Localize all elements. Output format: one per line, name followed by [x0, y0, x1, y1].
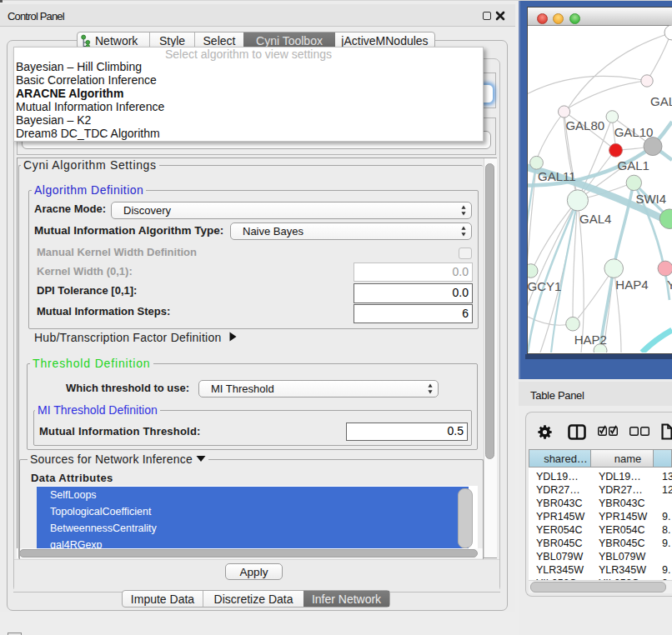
- svg-text:GAL80: GAL80: [565, 118, 604, 132]
- svg-text:GAL2: GAL2: [650, 94, 672, 108]
- svg-text:GCY1: GCY1: [528, 279, 561, 293]
- svg-text:GAL4: GAL4: [579, 212, 611, 226]
- svg-text:HAP2: HAP2: [574, 332, 607, 347]
- svg-text:SWI4: SWI4: [635, 192, 666, 206]
- svg-text:GAL10: GAL10: [614, 125, 654, 139]
- svg-text:GAL1: GAL1: [618, 158, 649, 172]
- svg-text:GAL11: GAL11: [538, 169, 576, 183]
- svg-text:HAP4: HAP4: [615, 278, 648, 292]
- svg-text:Y: Y: [667, 278, 672, 292]
